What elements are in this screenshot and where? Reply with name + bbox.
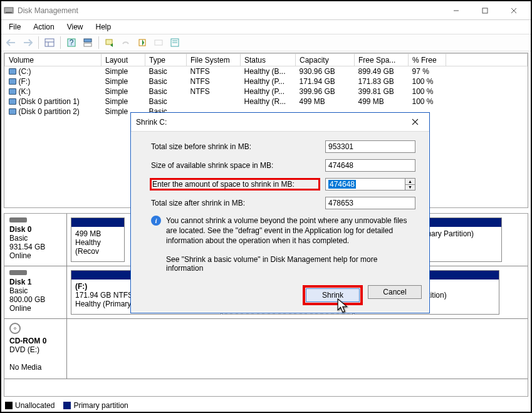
shrink-button[interactable]: Shrink (306, 288, 360, 302)
maximize-button[interactable] (471, 1, 499, 20)
info-text: You cannot shrink a volume beyond the po… (166, 216, 415, 246)
partition[interactable]: mary Partition) (420, 217, 502, 262)
disk-icon (9, 270, 27, 275)
window-title: Disk Management (18, 6, 442, 15)
disk-icon (9, 217, 27, 222)
layout-button[interactable] (42, 36, 57, 50)
table-row[interactable]: (F:)SimpleBasicNTFSHealthy (P...171.94 G… (5, 76, 528, 86)
undo-button (118, 36, 133, 50)
properties-button[interactable] (167, 36, 182, 50)
action-b-button (151, 36, 166, 50)
svg-rect-3 (482, 8, 488, 13)
partition[interactable]: 499 MBHealthy (Recov (71, 217, 125, 262)
disk-header: Disk 0Basic931.54 GBOnline (4, 214, 67, 266)
svg-rect-1 (6, 12, 12, 13)
svg-rect-6 (45, 39, 54, 46)
cdrom-icon (9, 323, 21, 334)
action-a-button[interactable] (135, 36, 150, 50)
column-headers[interactable]: Volume Layout Type File System Status Ca… (5, 54, 528, 66)
toolbar: ? (1, 34, 531, 51)
refresh-button[interactable] (102, 36, 117, 50)
table-row[interactable]: (K:)SimpleBasicNTFSHealthy (P...399.96 G… (5, 86, 528, 97)
svg-rect-12 (84, 43, 91, 46)
svg-rect-11 (84, 39, 91, 42)
col-volume[interactable]: Volume (5, 54, 102, 66)
see-also-text: See "Shrink a basic volume" in Disk Mana… (166, 255, 415, 273)
disk-header: CD-ROM 0DVD (E:)No Media (4, 319, 67, 379)
label-total-after: Total size after shrink in MB: (151, 199, 319, 207)
mouse-cursor-icon (337, 298, 351, 315)
app-icon (4, 6, 14, 16)
label-available: Size of available shrink space in MB: (151, 161, 319, 170)
value-total-after: 478653 (325, 197, 415, 209)
col-free[interactable]: Free Spa... (355, 54, 409, 66)
disk-header: Disk 1Basic800.00 GBOnline (4, 266, 67, 318)
info-icon: i (151, 216, 161, 226)
back-button (4, 36, 19, 50)
cancel-button[interactable]: Cancel (368, 285, 422, 299)
spin-down-icon[interactable]: ▼ (405, 185, 415, 191)
col-capacity[interactable]: Capacity (296, 54, 355, 66)
svg-text:?: ? (70, 38, 74, 47)
shrink-amount-input[interactable]: 474648 (325, 178, 405, 191)
disk-partitions (67, 319, 528, 379)
dialog-title: Shrink C: (136, 118, 405, 127)
col-status[interactable]: Status (241, 54, 296, 66)
svg-rect-13 (106, 39, 112, 44)
legend-primary: Primary partition (73, 401, 128, 410)
menu-file[interactable]: File (4, 21, 26, 33)
view-top-button[interactable] (80, 36, 95, 50)
dialog-close-button[interactable] (405, 113, 424, 132)
close-button[interactable] (499, 1, 528, 20)
title-bar: Disk Management (1, 1, 531, 20)
spin-up-icon[interactable]: ▲ (405, 179, 415, 185)
menu-view[interactable]: View (62, 21, 88, 33)
col-type[interactable]: Type (145, 54, 187, 66)
col-pct[interactable]: % Free (409, 54, 446, 66)
menu-action[interactable]: Action (28, 21, 59, 33)
value-available: 474648 (325, 159, 415, 172)
disk-row[interactable]: CD-ROM 0DVD (E:)No Media (4, 319, 528, 379)
col-layout[interactable]: Layout (102, 54, 145, 66)
label-enter-amount: Enter the amount of space to shrink in M… (151, 179, 319, 189)
svg-rect-15 (155, 40, 162, 45)
shrink-amount-spinner[interactable]: ▲▼ (405, 178, 415, 191)
help-button[interactable]: ? (64, 36, 79, 50)
table-row[interactable]: (Disk 0 partition 1)SimpleBasicHealthy (… (5, 97, 528, 107)
minimize-button[interactable] (442, 1, 471, 20)
legend: Unallocated Primary partition (5, 401, 128, 410)
table-row[interactable]: (C:)SimpleBasicNTFSHealthy (B...930.96 G… (5, 66, 528, 77)
value-total-before: 953301 (325, 140, 415, 153)
menu-bar: File Action View Help (1, 20, 531, 34)
forward-button (20, 36, 35, 50)
legend-unalloc: Unallocated (15, 401, 55, 410)
shrink-dialog: Shrink C: Total size before shrink in MB… (130, 112, 430, 313)
label-total-before: Total size before shrink in MB: (151, 142, 319, 151)
menu-help[interactable]: Help (91, 21, 117, 33)
col-fs[interactable]: File System (187, 54, 241, 66)
